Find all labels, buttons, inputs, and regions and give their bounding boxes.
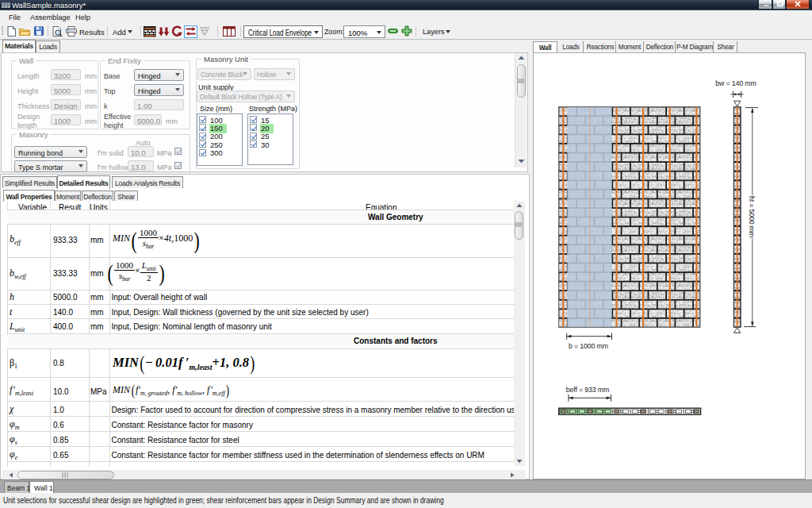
svg-text:bw = 140 mm: bw = 140 mm [715, 79, 756, 87]
svg-text:ht = 5000 mm: ht = 5000 mm [748, 196, 756, 237]
svg-text:b = 1000 mm: b = 1000 mm [569, 342, 608, 350]
svg-text:beff = 933 mm: beff = 933 mm [566, 386, 609, 394]
